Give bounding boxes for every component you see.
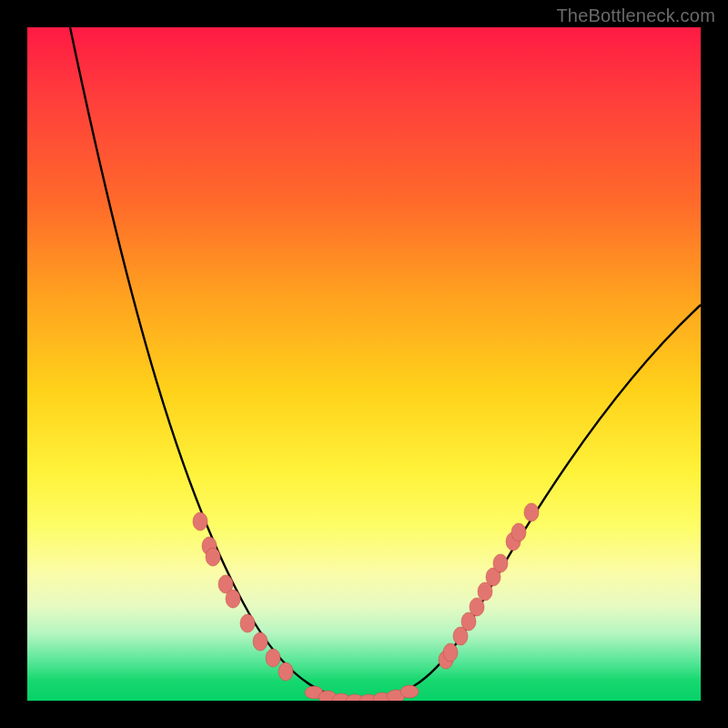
bottleneck-curve-path [70,27,701,701]
curve-marker [470,598,484,616]
curve-marker [400,685,419,698]
curve-marker [493,554,508,572]
watermark-text: TheBottleneck.com [556,5,715,26]
curve-marker [524,503,539,521]
markers-valley [305,685,419,701]
curve-marker [266,649,280,667]
curve-marker [253,632,268,651]
markers-left-branch [193,512,293,681]
bottleneck-curve-svg [27,27,701,701]
curve-marker [443,643,458,662]
curve-marker [240,614,255,632]
curve-marker [226,590,240,608]
curve-marker [193,512,207,531]
markers-right-branch [439,503,539,669]
chart-plot-area [27,27,701,701]
curve-marker [511,523,526,541]
curve-marker [206,548,220,566]
curve-marker [278,662,293,681]
